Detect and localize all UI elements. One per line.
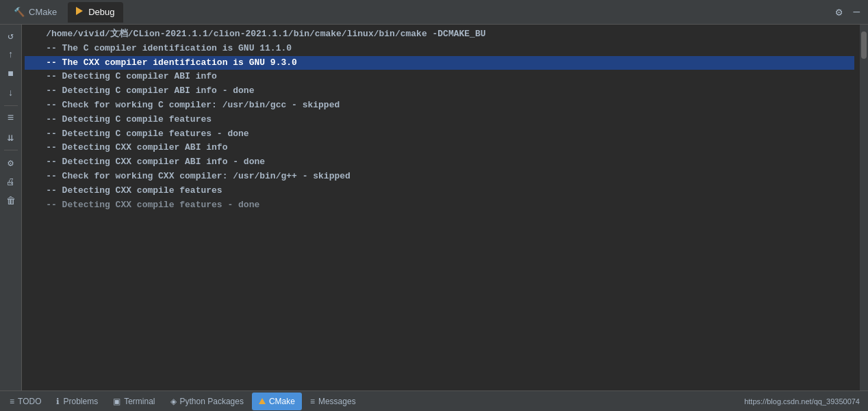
status-tab-todo[interactable]: ≡ TODO	[3, 393, 48, 410]
status-tab-python-packages-label: Python Packages	[180, 397, 244, 406]
filter-extra-icon: ⇊	[8, 131, 14, 144]
log-line-7: -- Detecting C compile features - done	[25, 127, 854, 142]
tab-debug[interactable]: Debug	[68, 2, 123, 23]
cmake-bottom-icon	[259, 397, 266, 406]
settings-side-button[interactable]: ⚙	[3, 155, 19, 171]
log-area: /home/vivid/文档/CLion-2021.1.1/clion-2021…	[22, 25, 868, 390]
tab-cmake-label: CMake	[29, 7, 57, 17]
refresh-icon: ↺	[8, 30, 13, 42]
filter-icon: ≡	[8, 112, 14, 124]
status-tab-cmake-label: CMake	[269, 397, 295, 406]
status-tab-messages-label: Messages	[318, 397, 356, 406]
status-tab-terminal[interactable]: ▣ Terminal	[106, 393, 162, 410]
log-line-2: -- The CXX compiler identification is GN…	[25, 56, 854, 70]
todo-icon: ≡	[10, 397, 14, 406]
minimize-button[interactable]: —	[850, 5, 863, 20]
scroll-down-icon: ↓	[8, 88, 13, 98]
tab-cmake[interactable]: 🔨 CMake	[5, 2, 65, 23]
status-tab-problems[interactable]: ℹ Problems	[49, 393, 105, 410]
tab-debug-label: Debug	[88, 7, 114, 17]
log-line-1: -- The C compiler identification is GNU …	[25, 42, 854, 56]
left-toolbar: ↺ ↑ ■ ↓ ≡ ⇊ ⚙ 🖨	[0, 25, 22, 390]
scroll-up-button[interactable]: ↑	[3, 47, 19, 63]
cmake-icon: 🔨	[14, 7, 25, 17]
stop-icon: ■	[8, 68, 13, 79]
messages-icon: ≡	[310, 397, 315, 406]
refresh-button[interactable]: ↺	[3, 27, 19, 44]
status-tab-todo-label: TODO	[18, 397, 41, 406]
stop-button[interactable]: ■	[3, 66, 19, 82]
log-line-3: -- Detecting C compiler ABI info	[25, 70, 854, 84]
status-tab-problems-label: Problems	[63, 397, 98, 406]
status-url: https://blog.csdn.net/qq_39350074	[739, 397, 865, 406]
settings-button[interactable]: ⚙	[833, 4, 845, 21]
vertical-scrollbar[interactable]	[860, 25, 868, 390]
terminal-icon: ▣	[113, 397, 120, 406]
status-tab-cmake[interactable]: CMake	[252, 393, 302, 410]
toolbar-separator-1	[4, 105, 18, 106]
log-line-11: -- Detecting CXX compile features	[25, 184, 854, 198]
log-line-6: -- Detecting C compile features	[25, 113, 854, 127]
main-container: 🔨 CMake Debug ⚙ — ↺ ↑	[0, 0, 868, 411]
toolbar-separator-2	[4, 150, 18, 150]
scrollbar-thumb[interactable]	[861, 31, 867, 59]
filter-button[interactable]: ≡	[3, 110, 19, 127]
tab-bar-actions: ⚙ —	[833, 4, 863, 21]
status-tab-terminal-label: Terminal	[124, 397, 155, 406]
delete-button[interactable]: 🗑	[3, 193, 19, 209]
settings-side-icon: ⚙	[8, 157, 13, 169]
problems-icon: ℹ	[56, 397, 60, 406]
print-button[interactable]: 🖨	[3, 174, 19, 190]
content-area: ↺ ↑ ■ ↓ ≡ ⇊ ⚙ 🖨	[0, 25, 868, 390]
scroll-up-icon: ↑	[8, 49, 13, 60]
filter-extra-button[interactable]: ⇊	[3, 129, 19, 146]
log-line-5: -- Check for working C compiler: /usr/bi…	[25, 98, 854, 113]
log-line-8: -- Detecting CXX compiler ABI info	[25, 141, 854, 155]
log-line-12: -- Detecting CXX compile features - done	[25, 198, 854, 213]
status-tab-messages[interactable]: ≡ Messages	[303, 393, 363, 410]
top-tab-bar: 🔨 CMake Debug ⚙ —	[0, 0, 868, 25]
bottom-status-bar: ≡ TODO ℹ Problems ▣ Terminal ◈ Python Pa…	[0, 390, 868, 411]
gear-icon: ⚙	[836, 7, 843, 19]
debug-triangle-icon	[76, 7, 84, 17]
python-packages-icon: ◈	[170, 397, 177, 406]
log-line-4: -- Detecting C compiler ABI info - done	[25, 84, 854, 98]
scroll-down-button[interactable]: ↓	[3, 85, 19, 101]
log-line-path: /home/vivid/文档/CLion-2021.1.1/clion-2021…	[25, 27, 854, 42]
log-content[interactable]: /home/vivid/文档/CLion-2021.1.1/clion-2021…	[22, 25, 860, 390]
minimize-icon: —	[853, 6, 860, 18]
print-icon: 🖨	[6, 177, 15, 187]
delete-icon: 🗑	[6, 196, 16, 207]
log-line-9: -- Detecting CXX compiler ABI info - don…	[25, 155, 854, 170]
log-line-10: -- Check for working CXX compiler: /usr/…	[25, 170, 854, 184]
status-tab-python-packages[interactable]: ◈ Python Packages	[164, 393, 251, 410]
